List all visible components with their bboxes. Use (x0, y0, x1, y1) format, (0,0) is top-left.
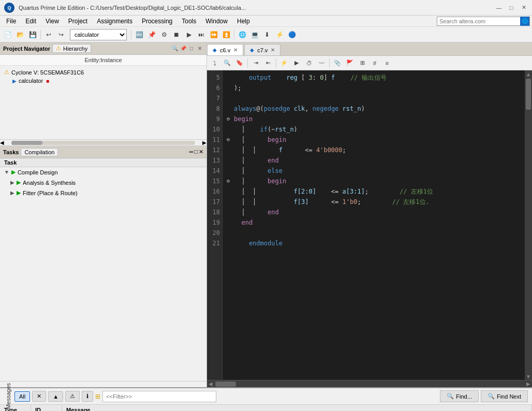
filter-error-button[interactable]: ✕ (32, 391, 46, 402)
tasks-scroll[interactable] (0, 381, 206, 387)
menu-assignments[interactable]: Assignments (93, 17, 137, 26)
editor-search-btn[interactable]: 🔍 (221, 57, 233, 69)
rtl-viewer-button[interactable]: 🔤 (134, 29, 145, 40)
download-button[interactable]: ⬇ (261, 29, 273, 40)
menu-edit[interactable]: Edit (21, 17, 40, 26)
find-button[interactable]: 🔍 Find... (440, 390, 479, 402)
nav-close-button[interactable]: ✕ (196, 45, 203, 52)
hscroll-right-arrow[interactable]: ▶ (202, 140, 206, 145)
tasks-ctrl-1[interactable]: ═ (189, 149, 194, 155)
editor-hscroll[interactable]: ◀ ▶ (207, 380, 532, 387)
editor-flag-btn[interactable]: 🚩 (344, 57, 356, 69)
compile-button[interactable]: ⚙ (158, 29, 170, 40)
menu-view[interactable]: View (41, 17, 63, 26)
code-editor[interactable]: 5 6 7 8 9 10 11 12 13 14 15 16 17 18 (207, 70, 532, 380)
undo-button[interactable]: ↩ (43, 29, 54, 40)
code-line-21: endmodule (227, 238, 521, 248)
filter-info-button[interactable]: ℹ (82, 391, 93, 402)
compilation-tab[interactable]: Compilation (21, 148, 58, 156)
tree-item-cyclone[interactable]: ⚠ Cyclone V: 5CSEMA5F31C6 (2, 68, 204, 77)
editor-wave-btn[interactable]: 〰 (316, 57, 327, 69)
hscroll-left-button[interactable]: ◀ (207, 380, 214, 387)
tab-c7v[interactable]: ◆ c7.v ✕ (244, 44, 280, 55)
maximize-button[interactable]: □ (507, 4, 515, 12)
file-selector[interactable]: calculator (70, 29, 127, 40)
minimize-button[interactable]: — (495, 4, 503, 12)
vscroll-track[interactable] (525, 78, 532, 373)
editor-toolbar: ⤵ 🔍 🔖 ⇥ ⇤ ⚡ ▶ ⏱ 〰 📎 🚩 ⊞ # ≡ (207, 56, 532, 70)
vscroll-down-button[interactable]: ▼ (525, 373, 532, 380)
open-file-button[interactable]: 📂 (14, 29, 26, 40)
step-button[interactable]: ⏭ (196, 29, 207, 40)
play-button[interactable]: ▶ (183, 29, 195, 40)
code-content[interactable]: output reg [ 3: 0] f // 输出信号 ); (223, 70, 525, 380)
task-expand-analysis[interactable]: ▶ (10, 180, 14, 185)
hscroll-thumb[interactable] (215, 381, 236, 387)
tasks-controls: ═ □ ✕ (189, 149, 203, 155)
pin-button[interactable]: 📌 (146, 29, 157, 40)
editor-attach-btn[interactable]: 📎 (332, 57, 343, 69)
project-nav-hscroll[interactable]: ◀ ▶ (0, 139, 206, 145)
editor-run-btn[interactable]: ▶ (291, 57, 302, 69)
editor-indent-btn[interactable]: ⇥ (250, 57, 261, 69)
filter-input[interactable] (102, 391, 216, 402)
menu-processing[interactable]: Processing (138, 17, 176, 26)
task-row-fitter[interactable]: ▶ ▶ Fitter (Place & Route) (0, 188, 206, 198)
task-row-analysis[interactable]: ▶ ▶ Analysis & Synthesis (0, 178, 206, 188)
globe-button[interactable]: 🌐 (237, 29, 248, 40)
close-button[interactable]: ✕ (520, 4, 528, 12)
editor-num-btn[interactable]: # (369, 57, 380, 69)
info-button[interactable]: 🔵 (286, 29, 298, 40)
vscroll-up-button[interactable]: ▲ (525, 70, 532, 78)
tasks-close-button[interactable]: ✕ (199, 149, 203, 155)
code-line-10: │ if(~rst_n) (227, 124, 521, 135)
hscroll-left-arrow[interactable]: ◀ (0, 140, 4, 145)
editor-outdent-btn[interactable]: ⇤ (262, 57, 274, 69)
tab-c6v[interactable]: ◆ c6.v ✕ (207, 44, 243, 55)
tasks-ctrl-2[interactable]: □ (194, 149, 198, 155)
menu-help[interactable]: Help (233, 17, 254, 26)
hscroll-track[interactable] (214, 380, 525, 387)
tab-c6v-close[interactable]: ✕ (233, 47, 238, 53)
step3-button[interactable]: ⏫ (220, 29, 232, 40)
editor-compile-fast-btn[interactable]: ⚡ (278, 57, 290, 69)
task-row-compile[interactable]: ▼ ▶ Compile Design (0, 167, 206, 178)
chip-button[interactable]: 💻 (249, 29, 260, 40)
editor-grid-btn[interactable]: ⊞ (357, 57, 368, 69)
menu-window[interactable]: Window (201, 17, 232, 26)
filter-critical-button[interactable]: ▲ (48, 391, 63, 402)
stop-button[interactable]: ⏹ (171, 29, 182, 40)
step2-button[interactable]: ⏩ (208, 29, 219, 40)
hscroll-right-button[interactable]: ▶ (525, 380, 532, 387)
editor-list-btn[interactable]: ≡ (381, 57, 393, 69)
editor-timing-btn[interactable]: ⏱ (303, 57, 315, 69)
find-next-button[interactable]: 🔍 Find Next (481, 390, 528, 402)
settings-button[interactable]: ⚡ (274, 29, 285, 40)
editor-bookmark-btn[interactable]: 🔖 (234, 57, 245, 69)
hscroll-thumb[interactable] (11, 141, 42, 145)
search-input[interactable] (437, 18, 520, 24)
task-play-analysis: ▶ (17, 179, 21, 186)
nav-maximize-button[interactable]: □ (188, 45, 195, 52)
menu-project[interactable]: Project (64, 17, 92, 26)
task-expand-compile[interactable]: ▼ (4, 169, 9, 175)
redo-button[interactable]: ↪ (55, 29, 67, 40)
editor-sep-3 (329, 58, 330, 68)
new-file-button[interactable]: 📄 (2, 29, 13, 40)
nav-pin-button[interactable]: 📌 (180, 45, 187, 52)
vscroll-thumb[interactable] (526, 79, 531, 110)
nav-search-button[interactable]: 🔍 (171, 45, 179, 52)
menu-tools[interactable]: Tools (178, 17, 200, 26)
code-line-14: │ else (227, 166, 521, 176)
menu-file[interactable]: File (2, 17, 20, 26)
hierarchy-tab[interactable]: ⚠ Hierarchy (52, 44, 91, 53)
task-expand-fitter[interactable]: ▶ (10, 190, 14, 196)
save-button[interactable]: 💾 (27, 29, 38, 40)
editor-jump-btn[interactable]: ⤵ (209, 57, 220, 69)
tab-c7v-close[interactable]: ✕ (271, 47, 275, 53)
editor-vscroll[interactable]: ▲ ▼ (525, 70, 532, 380)
filter-warning-button[interactable]: ⚠ (65, 391, 80, 402)
code-line-15: ⊖ │ begin (227, 176, 521, 186)
filter-all-button[interactable]: All (14, 391, 30, 402)
tree-item-calculator[interactable]: ▶ calculator ■ (2, 77, 204, 85)
